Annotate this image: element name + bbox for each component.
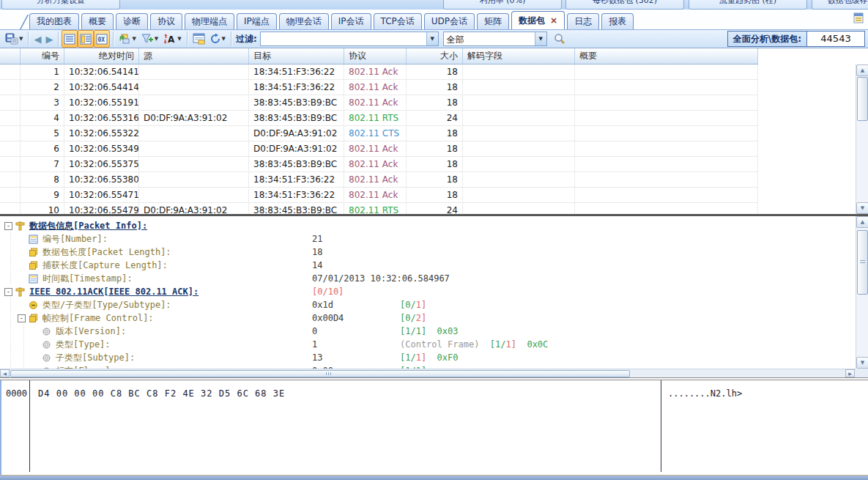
cell-target: 38:83:45:B3:B9:BC [249, 111, 344, 125]
scroll-down-icon[interactable]: ▼ [856, 357, 868, 369]
back-button[interactable]: ◀ [31, 30, 43, 48]
expand-toggle[interactable]: - [4, 288, 12, 296]
tab-matrix[interactable]: 矩阵 [477, 13, 509, 29]
forward-button[interactable]: ▶ [43, 30, 55, 48]
table-row[interactable]: 510:32:06.553225D0:DF:9A:A3:91:02802.11 … [0, 126, 758, 141]
tab-diagnosis[interactable]: 诊断 [116, 13, 148, 29]
column-header[interactable] [0, 48, 21, 64]
table-row[interactable]: 110:32:06.54141718:34:51:F3:36:22802.11 … [0, 64, 758, 80]
search-button[interactable] [552, 30, 568, 48]
column-header[interactable]: 协议 [344, 48, 407, 64]
tree-row-timestamp[interactable]: 时间戳[Timestamp]:07/01/2013 10:32:06.58496… [4, 272, 856, 285]
scroll-up-icon[interactable]: ▲ [856, 64, 868, 76]
tab-ip-endpoint[interactable]: IP端点 [237, 13, 277, 29]
cell-abs-time: 10:32:06.551916 [64, 95, 139, 110]
scrollbar-thumb[interactable] [857, 230, 868, 295]
tree-row-version[interactable]: 版本[Version]:0[1/1] 0x03 [4, 325, 856, 338]
cell-target: 38:83:45:B3:B9:BC [249, 203, 344, 214]
gauge-node[interactable]: 利用率 (0%) [443, 0, 562, 10]
table-row[interactable]: 1010:32:06.554794D0:DF:9A:A3:91:0238:83:… [0, 203, 758, 214]
table-row[interactable]: 310:32:06.55191638:83:45:B3:B9:BC802.11 … [0, 95, 758, 111]
tab-label: 协议 [157, 14, 175, 29]
gauge-node[interactable]: 数据包缓存 (300 MB) [812, 0, 868, 10]
expand-toggle[interactable]: - [18, 314, 26, 322]
tab-report[interactable]: 报表 [601, 13, 634, 29]
tab-physical-endpoint[interactable]: 物理端点 [185, 13, 234, 29]
gauge-node[interactable]: 每秒数据包 (302) [565, 0, 684, 10]
column-header[interactable]: 源 [139, 48, 249, 64]
tab-my-charts[interactable]: 我的图表 [29, 13, 79, 29]
gauge-node[interactable]: 流量趋势图 (柱) [689, 0, 807, 10]
scroll-right-icon[interactable]: ▶ [845, 369, 855, 377]
tree-label: 数据包长度[Packet Length]: [42, 245, 171, 259]
cell-number: 2 [21, 80, 64, 95]
analysis-settings-node[interactable]: 分析方案设置 [1, 0, 120, 10]
tree-row-subtype[interactable]: 子类型[Subtype]:13[1/1] 0xF0 [4, 351, 856, 364]
column-header[interactable]: 概要 [575, 48, 758, 64]
decode-tree-hscrollbar[interactable]: ◀ ▶ [0, 369, 856, 377]
packet-table-body: 110:32:06.54141718:34:51:F3:36:22802.11 … [0, 64, 758, 214]
packet-list-scrollbar[interactable]: ▲ ▼ [856, 64, 868, 214]
tab-label: 数据包 [519, 12, 545, 29]
column-header[interactable]: 目标 [249, 48, 344, 64]
decoder-icon [15, 287, 26, 297]
tree-row-capture-length[interactable]: 捕获长度[Capture Length]:14 [4, 259, 856, 272]
properties-icon[interactable] [853, 12, 865, 26]
view-decode-button[interactable] [78, 30, 94, 48]
tab-ip-conversation[interactable]: IP会话 [331, 13, 371, 29]
tree-row-type[interactable]: 类型[Type]:1(Control Frame) [1/1] 0x0C [4, 338, 856, 351]
decode-tree-scrollbar[interactable]: ▲ ▼ [856, 216, 868, 369]
font-size-button[interactable]: A ▼ [160, 30, 183, 48]
tab-packet[interactable]: 数据包× [511, 11, 565, 29]
cell-decode [463, 188, 575, 202]
scope-combobox[interactable]: 全部 ▼ [443, 32, 547, 46]
table-row[interactable]: 210:32:06.54414618:34:51:F3:36:22802.11 … [0, 80, 758, 95]
filter-input[interactable] [261, 33, 426, 45]
save-button[interactable]: ▼ [3, 30, 25, 48]
tree-row-frame-control[interactable]: -帧控制[Frame Control]:0x00D4[0/2] [4, 311, 856, 325]
column-header[interactable]: 绝对时间 [64, 48, 139, 64]
tree-row-type-subtype[interactable]: 类型/子类型[Type/Subtype]:0x1d[0/1] [4, 298, 856, 311]
tree-label: 类型/子类型[Type/Subtype]: [42, 298, 171, 311]
tree-row-packet-length[interactable]: 数据包长度[Packet Length]:18 [4, 245, 856, 259]
tab-physical-conversation[interactable]: 物理会话 [279, 13, 329, 29]
tab-log[interactable]: 日志 [567, 13, 599, 29]
filter-combobox[interactable]: ▼ [260, 32, 439, 46]
scrollbar-thumb[interactable] [10, 370, 630, 377]
column-header[interactable]: 编号 [21, 48, 64, 64]
tab-lead-divider [8, 15, 29, 29]
cell-number: 7 [21, 157, 64, 171]
scroll-up-icon[interactable]: ▲ [856, 216, 868, 228]
table-row[interactable]: 910:32:06.55471018:34:51:F3:36:22802.11 … [0, 188, 758, 203]
table-row[interactable]: 410:32:06.553161D0:DF:9A:A3:91:0238:83:4… [0, 111, 758, 126]
filter-add-button[interactable]: ▼ [138, 30, 160, 48]
tree-row-packet-info[interactable]: -数据包信息[Packet Info]: [4, 219, 856, 232]
tree-label: 捕获长度[Capture Length]: [42, 259, 168, 272]
view-hex-button[interactable]: 0X [94, 30, 110, 48]
tree-row-ieee-80211-ack[interactable]: -IEEE 802.11ACK[IEEE 802.11 ACK]:[0/10] [4, 285, 856, 298]
table-row[interactable]: 810:32:06.55380418:34:51:F3:36:22802.11 … [0, 172, 758, 188]
packet-order-button[interactable]: ▼ [116, 30, 138, 48]
tab-protocol[interactable]: 协议 [150, 13, 182, 29]
tree-guide [18, 338, 31, 351]
table-row[interactable]: 610:32:06.553492D0:DF:9A:A3:91:02802.11 … [0, 141, 758, 157]
tab-summary[interactable]: 概要 [81, 13, 114, 29]
table-row[interactable]: 710:32:06.55375838:83:45:B3:B9:BC802.11 … [0, 157, 758, 172]
chevron-down-icon[interactable]: ▼ [426, 32, 438, 45]
packet-icon [29, 313, 39, 323]
scrollbar-thumb[interactable] [857, 77, 868, 121]
scroll-left-icon[interactable]: ◀ [0, 369, 10, 377]
decode-table-button[interactable] [190, 30, 207, 48]
tab-udp-conversation[interactable]: UDP会话 [424, 13, 475, 29]
tab-tcp-conversation[interactable]: TCP会话 [374, 13, 422, 29]
window-edge [0, 380, 1, 475]
chevron-down-icon[interactable]: ▼ [535, 32, 546, 45]
refresh-button[interactable]: ▼ [207, 30, 228, 48]
view-list-button[interactable] [62, 30, 78, 48]
tree-row-number[interactable]: 编号[Number]:21 [4, 232, 856, 245]
column-header[interactable]: 解码字段 [463, 48, 575, 64]
scroll-down-icon[interactable]: ▼ [856, 202, 868, 214]
column-header[interactable]: 大小 [407, 48, 463, 64]
expand-toggle[interactable]: - [4, 222, 12, 230]
close-icon[interactable]: × [550, 16, 557, 25]
